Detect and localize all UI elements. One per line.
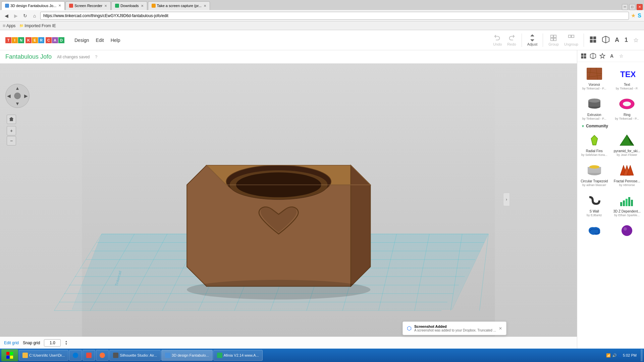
group-button[interactable]: Group (548, 34, 559, 46)
start-button[interactable] (1, 349, 18, 361)
volume-icon[interactable]: 🔊 (612, 353, 617, 358)
taskbar-firefox[interactable] (96, 350, 109, 361)
taskbar-afinia[interactable]: Afinia V2.14 www.A... (213, 350, 263, 361)
viewport[interactable]: Fantabulous Jofo All changes saved ? (0, 50, 577, 349)
network-icon[interactable]: 📶 (606, 353, 611, 358)
taskbar-ie[interactable] (69, 350, 82, 361)
minimize-btn[interactable]: ─ (622, 4, 628, 10)
star-icon[interactable]: ☆ (633, 37, 639, 44)
dropbox-tray-icon[interactable]: ⬡ (618, 353, 622, 358)
taskbar-misc[interactable] (83, 350, 95, 361)
shape-ring[interactable]: Ring by Tinkercad - P... (611, 94, 643, 122)
nav-down-arrow[interactable]: ▼ (15, 101, 20, 106)
shape-blue-blob[interactable] (579, 220, 610, 242)
canvas-3d[interactable]: Tinkercad (0, 64, 577, 349)
address-input[interactable] (40, 12, 629, 20)
close-btn[interactable]: ✕ (637, 4, 643, 10)
maximize-btn[interactable]: □ (629, 4, 635, 10)
back-button[interactable]: ◀ (3, 12, 10, 19)
shape-radial-fins[interactable]: Radial Fins by Selelvian Kora... (579, 130, 610, 159)
help-icon[interactable]: ? (95, 55, 98, 59)
nav-widget: ▲ ▼ ◀ ▶ (5, 84, 32, 111)
nav-edit[interactable]: Edit (96, 36, 104, 44)
taskbar-explorer[interactable]: C:\Users\ltc User\Dr... (19, 350, 68, 361)
edit-grid-btn[interactable]: Edit grid (4, 341, 19, 345)
tinkercad-logo[interactable]: T I N K E R C A D (5, 37, 64, 43)
shapes-shapes-icon[interactable] (599, 52, 606, 60)
tab-1-close[interactable]: ✕ (58, 4, 61, 7)
shape-fractal-penrose[interactable]: Fractal Penrose... by n8morse (611, 160, 643, 189)
tab-4[interactable]: Take a screen capture (pr... ✕ (148, 1, 210, 10)
design-saved: All changes saved (57, 55, 90, 59)
nav-center-dot (14, 93, 21, 99)
bookmark-apps[interactable]: ⊞ Apps (3, 23, 15, 28)
design-name-bar: Fantabulous Jofo All changes saved ? (0, 50, 577, 64)
logo-C: C (46, 37, 52, 43)
taskbar-silhouette[interactable]: Silhouette Studio: Air... (109, 350, 161, 361)
box-shapes-icon[interactable] (589, 52, 597, 60)
ungroup-button[interactable]: Ungroup (564, 34, 578, 46)
zoom-in-button[interactable]: + (7, 126, 16, 135)
notification-toast: ⬡ Screenshot Added A screenshot was adde… (402, 321, 506, 335)
design-name[interactable]: Fantabulous Jofo (5, 53, 52, 60)
undo-button[interactable]: Undo (493, 34, 502, 46)
tab-3[interactable]: Downloads ✕ (111, 1, 147, 10)
nav-right-arrow[interactable]: ▶ (24, 93, 28, 99)
tab-1[interactable]: 3D design Fantabulous Jo... ✕ (1, 1, 65, 10)
skype-icon[interactable]: S (638, 13, 641, 19)
tab-3-close[interactable]: ✕ (141, 4, 144, 8)
notification-close[interactable]: ✕ (499, 326, 502, 331)
grid-view-icon[interactable] (589, 36, 597, 44)
shapes-list[interactable]: Voronoi by Tinkercad - P... TEXT Text by… (577, 62, 644, 349)
shape-s-wall[interactable]: S Wall by EJBantz (579, 190, 610, 219)
nav-circle[interactable]: ▲ ▼ ◀ ▶ (5, 84, 30, 108)
text-author: by Tinkercad - P. (616, 87, 638, 90)
snap-grid-input[interactable] (44, 339, 61, 347)
shape-extrusion[interactable]: Extrusion by Tinkercad - P... (579, 94, 610, 122)
text-shapes-icon[interactable]: A (608, 52, 615, 60)
svg-rect-81 (6, 356, 9, 359)
shape-pyramid[interactable]: pyramid_for_ski... by Jean Flower (611, 130, 643, 159)
text-icon[interactable]: A (615, 37, 619, 44)
taskbar-tinkercad[interactable]: 3D design Fantabulo... (161, 350, 213, 361)
panel-collapse-button[interactable]: › (503, 193, 510, 206)
notification-body: A screenshot was added to your Dropbox. … (414, 328, 496, 332)
community-section-header[interactable]: ▼ Community (579, 122, 643, 130)
tab-2-close[interactable]: ✕ (104, 4, 107, 8)
show-desktop-button[interactable] (641, 349, 643, 361)
nav-left-arrow[interactable]: ◀ (7, 93, 11, 99)
shape-3d-z-dependent[interactable]: 3D Z Dependent... by Ethan Sparkle... (611, 190, 643, 219)
number-icon[interactable]: 1 (625, 37, 628, 44)
taskbar: C:\Users\ltc User\Dr... Silhouette Studi… (0, 349, 644, 362)
svg-rect-82 (10, 356, 13, 359)
box-3d-icon[interactable] (602, 36, 609, 44)
browser-titlebar: 3D design Fantabulous Jo... ✕ Screen Rec… (0, 0, 644, 10)
refresh-button[interactable]: ↻ (21, 12, 29, 19)
nav-help[interactable]: Help (111, 36, 120, 44)
snap-down-arrow[interactable]: ▼ (65, 343, 67, 346)
shape-text[interactable]: TEXT Text by Tinkercad - P. (611, 63, 643, 92)
tab-2[interactable]: Screen Recorder ✕ (65, 1, 111, 10)
dropbox-icon: ⬡ (407, 325, 412, 331)
home-view-button[interactable] (7, 115, 16, 124)
taskbar-afinia-icon (217, 353, 222, 358)
zoom-out-button[interactable]: − (7, 136, 16, 145)
shape-circular-trapezoid[interactable]: Circular Trapezoid by adrian blascarr (579, 160, 610, 189)
nav-up-arrow[interactable]: ▲ (15, 85, 20, 91)
grid-shapes-icon[interactable] (580, 52, 587, 60)
bookmark-imported[interactable]: 📁 Imported From IE (19, 23, 56, 28)
shape-voronoi[interactable]: Voronoi by Tinkercad - P... (579, 63, 610, 92)
nav-design[interactable]: Design (74, 36, 89, 44)
svg-rect-73 (623, 200, 625, 206)
forward-button[interactable]: ▶ (12, 12, 19, 19)
redo-button[interactable]: Redo (507, 34, 516, 46)
shape-purple-sphere[interactable] (611, 220, 643, 242)
svg-marker-39 (351, 165, 371, 286)
svg-rect-1 (554, 35, 556, 37)
svg-rect-2 (551, 38, 553, 40)
star-shapes-icon[interactable]: ☆ (618, 52, 625, 60)
home-button[interactable]: ⌂ (31, 12, 38, 19)
tab-4-close[interactable]: ✕ (204, 4, 206, 8)
favorites-icon[interactable]: ★ (631, 12, 636, 19)
adjust-button[interactable]: Adjust (527, 34, 538, 46)
